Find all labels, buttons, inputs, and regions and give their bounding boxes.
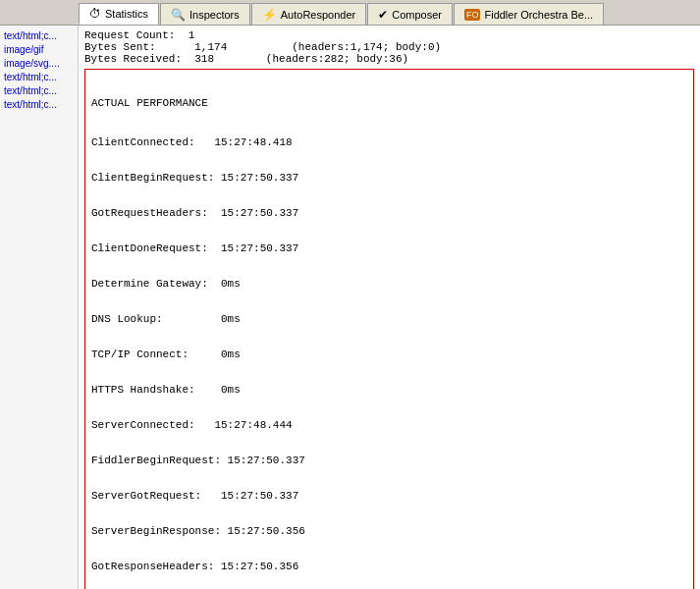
sidebar-item-5[interactable]: text/html;c... [2,98,76,111]
ap-line-6: TCP/IP Connect: 0ms [91,348,687,360]
ap-line-8: ServerConnected: 15:27:48.444 [91,419,687,431]
bytes-received-detail: (headers:282; body:36) [266,53,408,65]
autoresponder-icon: ⚡ [262,8,277,22]
ap-line-11: ServerBeginResponse: 15:27:50.356 [91,525,687,537]
sidebar-item-0[interactable]: text/html;c... [2,29,76,42]
fiddler-orchestra-icon: FO [464,9,481,21]
ap-line-10: ServerGotRequest: 15:27:50.337 [91,490,687,502]
ap-line-7: HTTPS Handshake: 0ms [91,384,687,396]
tab-autoresponder-label: AutoResponder [281,9,355,21]
tab-statistics[interactable]: ⏱ Statistics [79,3,159,25]
bytes-sent-detail: (headers:1,174; body:0) [292,41,441,53]
bytes-received-value: 318 [194,53,214,65]
composer-icon: ✔ [378,8,388,22]
ap-line-5: DNS Lookup: 0ms [91,313,687,325]
main-content: text/html;c... image/gif image/svg.... t… [0,26,700,589]
ap-line-12: GotResponseHeaders: 15:27:50.356 [91,561,687,572]
tab-composer[interactable]: ✔ Composer [367,3,453,25]
actual-performance-title: ACTUAL PERFORMANCE [91,97,687,109]
tab-inspectors[interactable]: 🔍 Inspectors [160,3,250,25]
statistics-icon: ⏱ [89,7,101,21]
sidebar-item-3[interactable]: text/html;c... [2,71,76,83]
actual-performance-box: ACTUAL PERFORMANCE ClientConnected: 15:2… [84,69,694,589]
tab-fiddler-orchestra-label: Fiddler Orchestra Be... [484,9,593,21]
ap-line-2: GotRequestHeaders: 15:27:50.337 [91,207,687,219]
sidebar-item-4[interactable]: text/html;c... [2,84,76,97]
right-panel: Request Count: 1 Bytes Sent: 1,174 (head… [79,26,700,589]
ap-line-9: FiddlerBeginRequest: 15:27:50.337 [91,455,687,466]
sidebar-item-1[interactable]: image/gif [2,43,76,56]
tab-inspectors-label: Inspectors [189,9,240,21]
tab-statistics-label: Statistics [105,8,148,20]
ap-line-4: Determine Gateway: 0ms [91,278,687,290]
sidebar: text/html;c... image/gif image/svg.... t… [0,26,79,589]
ap-line-3: ClientDoneRequest: 15:27:50.337 [91,242,687,254]
request-count-value: 1 [188,29,195,41]
bytes-sent-value: 1,174 [194,41,227,53]
bytes-received-label: Bytes Received: [84,53,182,65]
tab-bar: ⏱ Statistics 🔍 Inspectors ⚡ AutoResponde… [0,0,700,26]
stats-section: Request Count: 1 Bytes Sent: 1,174 (head… [84,29,694,65]
bytes-sent-label: Bytes Sent: [84,41,156,53]
tab-fiddler-orchestra[interactable]: FO Fiddler Orchestra Be... [454,3,604,25]
tab-composer-label: Composer [392,9,442,21]
inspectors-icon: 🔍 [171,8,186,22]
tab-autoresponder[interactable]: ⚡ AutoResponder [251,3,366,25]
ap-line-0: ClientConnected: 15:27:48.418 [91,136,687,148]
sidebar-item-2[interactable]: image/svg.... [2,57,76,70]
ap-line-1: ClientBeginRequest: 15:27:50.337 [91,172,687,184]
request-count-label: Request Count: [84,29,175,41]
